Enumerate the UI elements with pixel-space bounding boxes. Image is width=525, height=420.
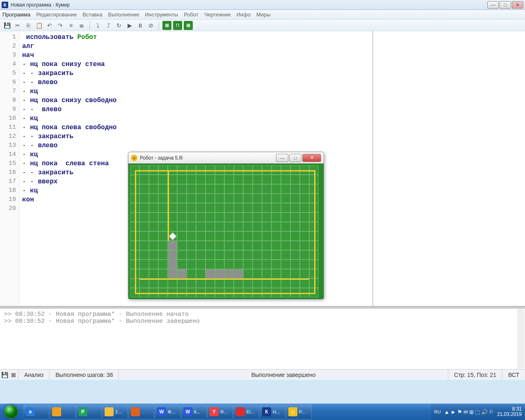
grid-cell[interactable] [215,260,224,269]
grid-cell[interactable] [290,212,300,222]
grid-cell[interactable] [177,184,187,194]
grid-cell[interactable] [272,241,281,250]
tray-icon[interactable]: ⚑ [457,409,462,415]
grid-cell[interactable] [158,250,168,260]
grid-cell[interactable] [262,184,272,194]
grid-cell[interactable] [187,278,196,288]
grid-cell[interactable] [253,175,262,184]
grid-cell[interactable] [253,241,262,250]
tray-icon[interactable]: ► [451,409,456,415]
grid-cell[interactable] [149,250,158,260]
grid-cell[interactable] [168,241,177,250]
grid-cell[interactable] [158,241,168,250]
console-scrollbar[interactable] [518,309,524,368]
grid-cell[interactable] [187,269,196,278]
outdent-icon[interactable]: ≡ [66,21,75,30]
robot-window[interactable]: ☺ Робот - задача 5.fil — □ ✕ [128,152,324,299]
grid-cell[interactable] [290,260,300,269]
grid-cell[interactable] [168,250,177,260]
grid-cell[interactable] [149,260,158,269]
grid-cell[interactable] [253,278,262,288]
grid-cell[interactable] [177,269,187,278]
grid-cell[interactable] [149,231,158,241]
tray-icon[interactable]: ✉ [463,409,468,415]
grid-cell[interactable] [262,175,272,184]
grid-cell[interactable] [234,278,243,288]
grid-cell[interactable] [234,184,243,194]
grid-cell[interactable] [300,194,309,203]
grid-cell[interactable] [243,269,253,278]
grid-cell[interactable] [290,184,300,194]
grid-cell[interactable] [281,203,290,212]
grid-cell[interactable] [281,222,290,231]
grid-cell[interactable] [224,260,234,269]
paste-icon[interactable]: 📋 [34,21,43,30]
grid-cell[interactable] [300,278,309,288]
grid-cell[interactable] [300,175,309,184]
grid-cell[interactable] [272,203,281,212]
grid-cell[interactable] [205,278,215,288]
grid-cell[interactable] [224,184,234,194]
start-button[interactable] [0,404,22,420]
grid-cell[interactable] [205,269,215,278]
grid-cell[interactable] [139,241,149,250]
grid-cell[interactable] [300,203,309,212]
grid-cell[interactable] [281,260,290,269]
grid-cell[interactable] [177,278,187,288]
grid-cell[interactable] [253,250,262,260]
grid-cell[interactable] [243,278,253,288]
menu-чертежник[interactable]: Чертежник [204,11,231,18]
menu-робот[interactable]: Робот [184,11,199,18]
grid-cell[interactable] [262,250,272,260]
grid-cell[interactable] [243,250,253,260]
grid-cell[interactable] [253,222,262,231]
grid-cell[interactable] [215,194,224,203]
grid-cell[interactable] [224,278,234,288]
grid-cell[interactable] [149,203,158,212]
grid-cell[interactable] [243,184,253,194]
grid-cell[interactable] [243,203,253,212]
grid-cell[interactable] [196,184,205,194]
grid-cell[interactable] [290,203,300,212]
step-in-icon[interactable]: ⤵ [93,21,102,30]
indent-icon[interactable]: ≣ [77,21,86,30]
grid-cell[interactable] [205,241,215,250]
cut-icon[interactable]: ✂ [13,21,22,30]
grid-cell[interactable] [158,269,168,278]
grid-cell[interactable] [262,260,272,269]
grid-cell[interactable] [196,203,205,212]
grid-cell[interactable] [168,203,177,212]
grid-cell[interactable] [224,194,234,203]
grid-cell[interactable] [262,231,272,241]
grid-cell[interactable] [168,184,177,194]
grid-cell[interactable] [149,194,158,203]
grid-cell[interactable] [149,278,158,288]
grid-cell[interactable] [168,260,177,269]
taskbar-item[interactable]: e [24,404,49,419]
grid-cell[interactable] [196,194,205,203]
taskbar-item[interactable]: P [76,404,102,419]
grid2-icon[interactable]: П [173,21,182,30]
grid-cell[interactable] [290,231,300,241]
grid-cell[interactable] [215,231,224,241]
grid-cell[interactable] [281,194,290,203]
grid-cell[interactable] [253,260,262,269]
grid-cell[interactable] [300,269,309,278]
tray-icon[interactable]: ⬚ [475,409,480,415]
grid-cell[interactable] [187,222,196,231]
menu-редактирование[interactable]: Редактирование [36,11,77,18]
grid-cell[interactable] [234,241,243,250]
grid-cell[interactable] [158,278,168,288]
grid-cell[interactable] [300,260,309,269]
robot-titlebar[interactable]: ☺ Робот - задача 5.fil — □ ✕ [128,152,324,164]
grid-cell[interactable] [234,222,243,231]
grid-cell[interactable] [205,222,215,231]
grid-cell[interactable] [253,212,262,222]
grid-cell[interactable] [224,250,234,260]
grid-cell[interactable] [253,231,262,241]
grid-cell[interactable] [272,231,281,241]
grid-cell[interactable] [262,222,272,231]
grid-cell[interactable] [139,231,149,241]
grid-cell[interactable] [253,194,262,203]
grid-cell[interactable] [253,203,262,212]
